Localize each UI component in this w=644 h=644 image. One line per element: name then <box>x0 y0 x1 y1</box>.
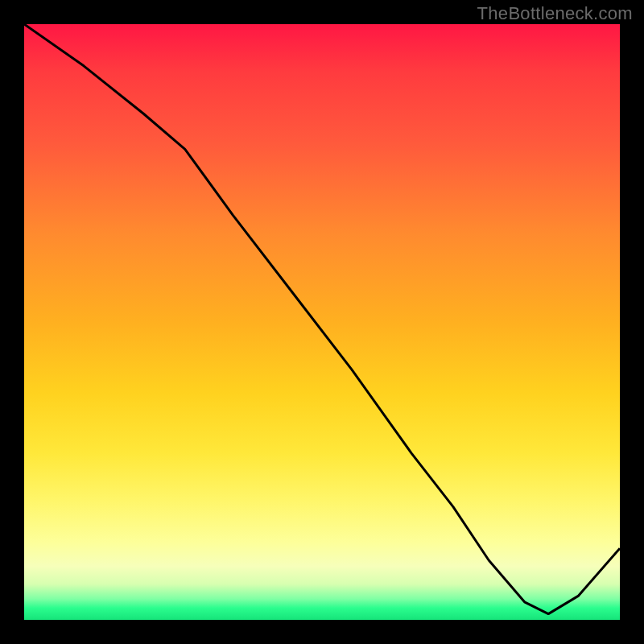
watermark-text: TheBottleneck.com <box>477 3 633 24</box>
plot-area <box>24 24 620 620</box>
bottleneck-curve-path <box>24 24 620 614</box>
chart-root: TheBottleneck.com <box>0 0 644 644</box>
curve-layer <box>24 24 620 620</box>
